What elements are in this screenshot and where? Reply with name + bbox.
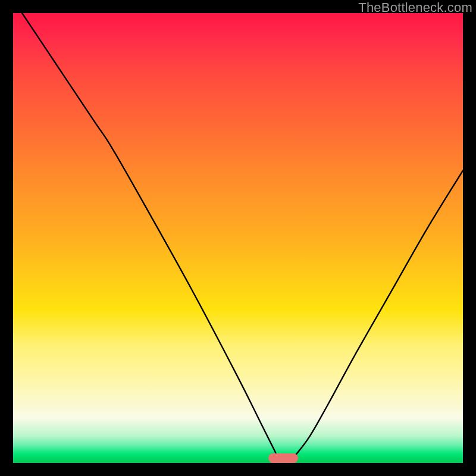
curve-layer: [13, 13, 463, 463]
bottleneck-curve: [22, 13, 463, 463]
chart-frame: TheBottleneck.com: [0, 0, 476, 476]
watermark-text: TheBottleneck.com: [358, 0, 472, 15]
optimal-range-marker: [268, 453, 298, 463]
plot-area: [13, 13, 463, 463]
